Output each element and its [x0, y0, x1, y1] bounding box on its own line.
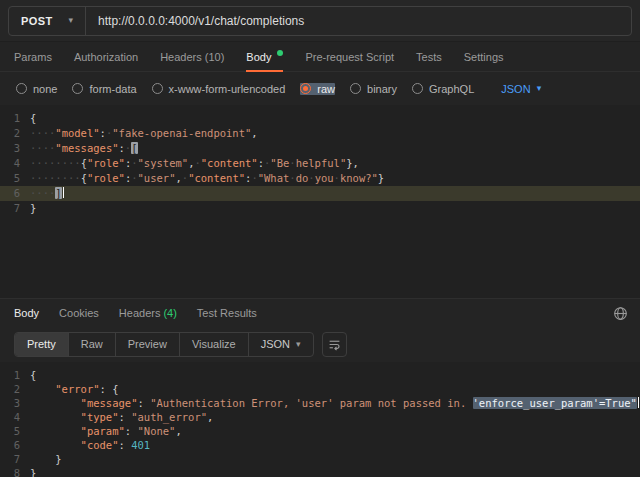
chevron-down-icon: ▾: [296, 340, 301, 349]
request-tab-pre-request-script[interactable]: Pre-request Script: [305, 42, 394, 71]
response-view-pretty[interactable]: Pretty: [15, 333, 69, 356]
radio-label: none: [33, 83, 57, 95]
radio-label: form-data: [89, 83, 136, 95]
tab-label: Headers (10): [160, 51, 224, 63]
tab-label: Params: [14, 51, 52, 63]
tab-label: Body: [14, 307, 39, 319]
tab-label: Test Results: [197, 307, 257, 319]
response-tab-headers[interactable]: Headers(4): [119, 307, 177, 319]
code-text: }: [30, 452, 640, 466]
radio-label: binary: [367, 83, 397, 95]
body-language-dropdown[interactable]: JSON ▾: [501, 83, 541, 95]
code-text: "param": "None",: [30, 424, 640, 438]
body-type-none[interactable]: none: [16, 83, 57, 95]
response-tab-cookies[interactable]: Cookies: [59, 307, 99, 319]
body-type-form-data[interactable]: form-data: [72, 83, 136, 95]
tab-label: Body: [246, 51, 271, 63]
line-number: 4: [0, 410, 30, 424]
body-language-label: JSON: [501, 83, 530, 95]
response-tabs: BodyCookiesHeaders(4)Test Results: [0, 298, 640, 326]
method-label: POST: [21, 15, 53, 27]
line-number: 3: [0, 141, 30, 156]
line-number: 5: [0, 424, 30, 438]
code-text: {: [30, 368, 640, 382]
tab-label: Pre-request Script: [305, 51, 394, 63]
code-line-6[interactable]: 6····]: [0, 186, 640, 201]
line-number: 8: [0, 466, 30, 477]
code-line-7[interactable]: 7}: [0, 201, 640, 216]
body-type-raw[interactable]: raw: [300, 83, 335, 95]
code-text: ····"model":·"fake-openai-endpoint",: [30, 126, 640, 141]
line-number: 6: [0, 186, 30, 201]
body-type-graphql[interactable]: GraphQL: [412, 83, 474, 95]
code-line-2[interactable]: 2····"model":·"fake-openai-endpoint",: [0, 126, 640, 141]
code-line-8[interactable]: 8}: [0, 466, 640, 477]
response-view-switcher: PrettyRawPreviewVisualize JSON ▾: [14, 332, 314, 357]
code-text: ········{"role":·"user",·"content":·"Wha…: [30, 171, 640, 186]
tab-count: (4): [163, 307, 176, 319]
code-text: {: [30, 111, 640, 126]
code-line-6[interactable]: 6 "code": 401: [0, 438, 640, 452]
response-language-label: JSON: [261, 338, 290, 350]
line-number: 1: [0, 368, 30, 382]
code-line-1[interactable]: 1{: [0, 368, 640, 382]
radio-label: raw: [317, 83, 335, 95]
line-number: 3: [0, 396, 30, 410]
body-type-x-www-form-urlencoded[interactable]: x-www-form-urlencoded: [152, 83, 286, 95]
tab-label: Headers: [119, 307, 161, 319]
response-tab-test-results[interactable]: Test Results: [197, 307, 257, 319]
wrap-lines-button[interactable]: [322, 332, 347, 357]
radio-circle: [300, 83, 311, 94]
request-tab-tests[interactable]: Tests: [416, 42, 442, 71]
code-text: }: [30, 466, 640, 477]
radio-circle: [72, 83, 83, 94]
code-line-7[interactable]: 7 }: [0, 452, 640, 466]
body-type-row: noneform-datax-www-form-urlencodedrawbin…: [0, 72, 640, 105]
request-tab-params[interactable]: Params: [14, 42, 52, 71]
url-container: POST ▾ http://0.0.0.0:4000/v1/chat/compl…: [8, 6, 632, 36]
code-line-5[interactable]: 5········{"role":·"user",·"content":·"Wh…: [0, 171, 640, 186]
body-type-binary[interactable]: binary: [350, 83, 397, 95]
code-line-4[interactable]: 4 "type": "auth_error",: [0, 410, 640, 424]
line-number: 7: [0, 201, 30, 216]
request-tab-headers-10[interactable]: Headers (10): [160, 42, 224, 71]
response-toolbar: PrettyRawPreviewVisualize JSON ▾: [0, 326, 640, 362]
view-label: Raw: [81, 338, 103, 350]
view-label: Visualize: [192, 338, 236, 350]
request-tab-settings[interactable]: Settings: [464, 42, 504, 71]
line-number: 7: [0, 452, 30, 466]
response-view-visualize[interactable]: Visualize: [180, 333, 249, 356]
wrap-lines-icon: [328, 338, 341, 351]
line-number: 6: [0, 438, 30, 452]
request-tab-body[interactable]: Body: [246, 42, 283, 71]
code-line-3[interactable]: 3 "message": "Authentication Error, 'use…: [0, 396, 640, 410]
response-tab-body[interactable]: Body: [14, 307, 39, 319]
radio-circle: [16, 83, 27, 94]
code-text: ····]: [30, 186, 640, 201]
radio-circle: [152, 83, 163, 94]
line-number: 1: [0, 111, 30, 126]
code-line-3[interactable]: 3····"messages":·[: [0, 141, 640, 156]
response-view-raw[interactable]: Raw: [69, 333, 116, 356]
response-view-preview[interactable]: Preview: [116, 333, 180, 356]
tab-label: Authorization: [74, 51, 138, 63]
line-number: 5: [0, 171, 30, 186]
code-line-2[interactable]: 2 "error": {: [0, 382, 640, 396]
body-has-content-dot: [277, 50, 283, 56]
method-selector[interactable]: POST ▾: [9, 7, 86, 35]
code-text: "code": 401: [30, 438, 640, 452]
tab-label: Cookies: [59, 307, 99, 319]
view-label: Preview: [128, 338, 167, 350]
code-line-1[interactable]: 1{: [0, 111, 640, 126]
request-tab-authorization[interactable]: Authorization: [74, 42, 138, 71]
code-text: "error": {: [30, 382, 640, 396]
code-line-5[interactable]: 5 "param": "None",: [0, 424, 640, 438]
code-text: "type": "auth_error",: [30, 410, 640, 424]
response-language-dropdown[interactable]: JSON ▾: [249, 333, 313, 356]
globe-icon[interactable]: [613, 306, 628, 324]
view-label: Pretty: [27, 338, 56, 350]
code-text: }: [30, 201, 640, 216]
url-input[interactable]: http://0.0.0.0:4000/v1/chat/completions: [86, 14, 631, 28]
code-line-4[interactable]: 4········{"role":·"system",·"content":·"…: [0, 156, 640, 171]
code-text: "message": "Authentication Error, 'user'…: [30, 396, 640, 410]
